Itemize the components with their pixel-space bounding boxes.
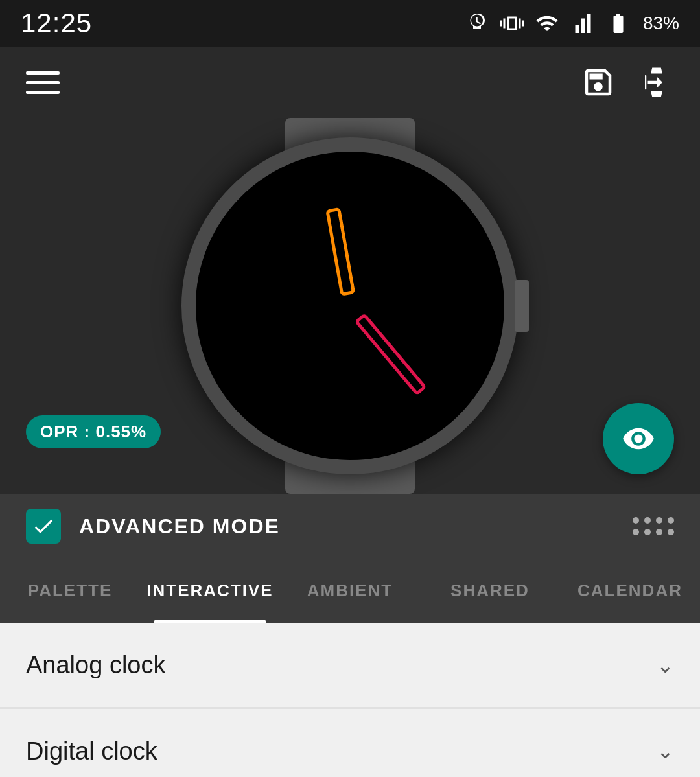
eye-icon xyxy=(622,422,655,456)
watch-area: OPR : 0.55% xyxy=(0,118,700,494)
checkmark-icon xyxy=(31,514,56,539)
top-bar xyxy=(0,47,700,118)
opr-badge: OPR : 0.55% xyxy=(26,415,161,448)
advanced-mode-label: ADVANCED MODE xyxy=(79,515,280,539)
watch-face xyxy=(196,152,504,460)
vibrate-icon xyxy=(500,12,524,35)
hamburger-line-1 xyxy=(26,71,60,75)
watch-send-icon[interactable] xyxy=(639,65,674,100)
battery-percent: 83% xyxy=(643,13,679,34)
grid-dot xyxy=(644,529,651,535)
tab-interactive[interactable]: INTERACTIVE xyxy=(140,559,280,623)
save-icon[interactable] xyxy=(581,65,616,100)
tab-palette[interactable]: PALETTE xyxy=(0,559,140,623)
signal-icon xyxy=(570,12,594,35)
watch-body xyxy=(181,137,519,474)
battery-icon xyxy=(605,12,631,35)
grid-dot xyxy=(656,517,662,524)
status-icons: 83% xyxy=(465,12,679,35)
content-area: Analog clock ⌄ Digital clock ⌄ xyxy=(0,623,700,777)
digital-clock-label: Digital clock xyxy=(26,737,158,765)
advanced-mode-container: ADVANCED MODE xyxy=(26,509,609,544)
top-bar-actions xyxy=(581,65,674,100)
tab-calendar[interactable]: CALENDAR xyxy=(560,559,700,623)
fab-eye-button[interactable] xyxy=(603,403,674,474)
chevron-down-icon-2: ⌄ xyxy=(657,739,674,763)
svg-rect-2 xyxy=(356,315,425,393)
hamburger-line-3 xyxy=(26,91,60,94)
tab-shared[interactable]: SHARED xyxy=(420,559,560,623)
grid-dot xyxy=(633,517,639,524)
status-bar: 12:25 83% xyxy=(0,0,700,47)
section-analog-clock[interactable]: Analog clock ⌄ xyxy=(0,623,700,708)
wifi-icon xyxy=(535,12,559,35)
grid-dot xyxy=(668,517,674,524)
analog-clock-label: Analog clock xyxy=(26,651,165,679)
grid-dot xyxy=(668,529,674,535)
tab-bar: PALETTE INTERACTIVE AMBIENT SHARED CALEN… xyxy=(0,559,700,623)
section-digital-clock[interactable]: Digital clock ⌄ xyxy=(0,709,700,777)
grid-dot xyxy=(656,529,662,535)
alarm-icon xyxy=(465,12,489,35)
advanced-mode-bar: ADVANCED MODE xyxy=(0,494,700,559)
advanced-mode-checkbox[interactable] xyxy=(26,509,61,544)
status-time: 12:25 xyxy=(21,8,92,39)
chevron-down-icon: ⌄ xyxy=(657,653,674,678)
tab-ambient[interactable]: AMBIENT xyxy=(280,559,420,623)
watch-crown xyxy=(515,280,529,332)
hamburger-line-2 xyxy=(26,81,60,84)
grid-dot xyxy=(633,529,639,535)
grid-apps-button[interactable] xyxy=(633,517,674,535)
grid-dot xyxy=(644,517,651,524)
hamburger-menu[interactable] xyxy=(26,71,60,94)
